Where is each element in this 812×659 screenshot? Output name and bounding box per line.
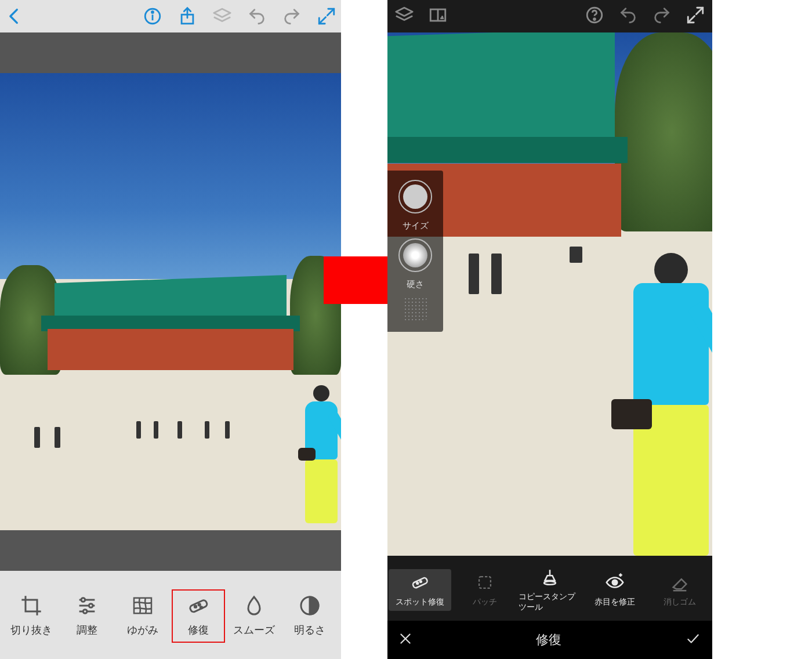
tool-clone-stamp[interactable]: コピースタンプツール <box>519 564 581 616</box>
tool-distort[interactable]: ゆがみ <box>116 589 169 643</box>
cancel-button[interactable] <box>398 631 413 649</box>
right-footer: 修復 <box>387 621 712 659</box>
tool-label: 修復 <box>188 623 209 637</box>
svg-rect-28 <box>479 577 491 588</box>
tool-heal[interactable]: 修復 <box>172 589 225 643</box>
tool-label: 明るさ <box>294 623 325 637</box>
transition-arrow <box>341 0 387 659</box>
info-icon[interactable] <box>143 6 162 26</box>
svg-line-6 <box>319 17 325 23</box>
redo-icon[interactable] <box>282 6 302 26</box>
tool-label: コピースタンプツール <box>519 592 581 613</box>
tool-label: パッチ <box>473 597 497 607</box>
tool-label: 調整 <box>77 623 97 637</box>
brush-size-control[interactable] <box>398 180 432 213</box>
brush-size-label: サイズ <box>403 220 429 231</box>
foreground-person <box>633 283 709 556</box>
compare-icon[interactable] <box>428 5 448 27</box>
brush-hardness-label: 硬さ <box>407 279 424 290</box>
svg-marker-18 <box>396 8 412 16</box>
tool-eraser[interactable]: 消しゴム <box>648 569 711 611</box>
share-icon[interactable] <box>177 6 197 26</box>
svg-point-16 <box>200 607 202 609</box>
svg-point-30 <box>612 580 618 585</box>
svg-point-11 <box>89 604 93 608</box>
svg-point-26 <box>416 582 418 584</box>
tool-spot-heal[interactable]: スポット修復 <box>389 569 451 611</box>
svg-point-15 <box>198 604 200 606</box>
svg-point-27 <box>420 581 422 582</box>
photo <box>0 73 341 530</box>
tool-label: 切り抜き <box>10 623 52 637</box>
svg-line-5 <box>327 9 334 15</box>
svg-point-2 <box>152 12 154 13</box>
foreground-person <box>305 401 338 523</box>
svg-point-10 <box>81 598 85 602</box>
svg-point-29 <box>544 581 556 585</box>
tool-crop[interactable]: 切り抜き <box>5 589 58 643</box>
undo-icon[interactable] <box>618 5 638 27</box>
tool-adjust[interactable]: 調整 <box>60 589 114 643</box>
svg-line-23 <box>696 8 702 14</box>
layers-icon[interactable] <box>212 6 232 26</box>
svg-point-12 <box>83 610 87 614</box>
footer-title: 修復 <box>536 631 561 649</box>
tool-label: スポット修復 <box>396 597 444 607</box>
svg-marker-4 <box>214 9 230 17</box>
right-topbar <box>387 0 712 32</box>
fullscreen-icon[interactable] <box>686 5 705 27</box>
left-toolbar: 切り抜き 調整 ゆがみ 修復 スムーズ 明るさ <box>0 571 341 659</box>
fullscreen-icon[interactable] <box>317 6 336 26</box>
brush-hardness-control[interactable] <box>398 238 432 272</box>
tool-label: 消しゴム <box>664 597 696 607</box>
tool-label: 赤目を修正 <box>594 597 635 607</box>
tool-brightness[interactable]: 明るさ <box>283 589 336 643</box>
tool-patch[interactable]: パッチ <box>454 569 516 611</box>
tool-label: スムーズ <box>233 623 275 637</box>
svg-line-24 <box>688 16 694 22</box>
right-screen: サイズ 硬さ スポット修復 パッチ コピースタンプツール 赤目を修正 消しゴム <box>387 0 712 659</box>
right-toolbar: スポット修復 パッチ コピースタンプツール 赤目を修正 消しゴム <box>387 556 712 621</box>
svg-point-14 <box>194 606 196 607</box>
confirm-button[interactable] <box>684 631 702 649</box>
svg-point-22 <box>594 19 596 20</box>
tool-smooth[interactable]: スムーズ <box>227 589 281 643</box>
brush-pattern-control[interactable] <box>404 297 427 320</box>
layers-icon[interactable] <box>394 5 414 27</box>
redo-icon[interactable] <box>652 5 672 27</box>
tool-label: ゆがみ <box>127 623 158 637</box>
left-topbar <box>0 0 341 32</box>
right-canvas[interactable]: サイズ 硬さ <box>387 32 712 556</box>
tool-redeye[interactable]: 赤目を修正 <box>583 569 646 611</box>
undo-icon[interactable] <box>247 6 267 26</box>
left-screen: 切り抜き 調整 ゆがみ 修復 スムーズ 明るさ <box>0 0 341 659</box>
back-icon[interactable] <box>5 6 24 26</box>
left-canvas[interactable] <box>0 32 341 571</box>
brush-panel: サイズ 硬さ <box>387 171 443 332</box>
help-icon[interactable] <box>585 5 604 27</box>
